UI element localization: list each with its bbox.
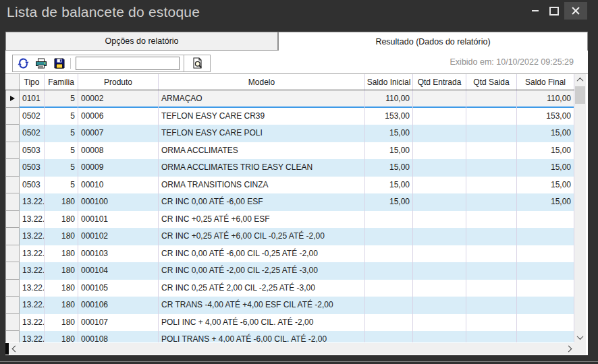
row-selector[interactable] bbox=[5, 314, 20, 332]
cell-qtd_saida[interactable] bbox=[466, 125, 517, 142]
row-selector[interactable] bbox=[5, 159, 20, 177]
column-header-qtd_saida[interactable]: Qtd Saida bbox=[466, 74, 517, 90]
cell-saldo_inicial[interactable] bbox=[365, 245, 413, 263]
cell-qtd_entrada[interactable] bbox=[413, 228, 466, 245]
cell-saldo_final[interactable]: 15,00 bbox=[517, 177, 574, 194]
cell-saldo_final[interactable]: 110,00 bbox=[517, 90, 574, 108]
scroll-down-button[interactable] bbox=[574, 332, 586, 343]
cell-produto[interactable]: 000105 bbox=[78, 280, 159, 297]
cell-saldo_inicial[interactable] bbox=[365, 280, 413, 297]
column-header-familia[interactable]: Familia bbox=[45, 74, 78, 90]
cell-familia[interactable]: 5 bbox=[45, 159, 78, 177]
horizontal-scrollbar[interactable] bbox=[5, 343, 574, 355]
cell-familia[interactable]: 180 bbox=[45, 211, 78, 229]
scroll-left-button[interactable] bbox=[9, 343, 21, 355]
cell-familia[interactable]: 5 bbox=[45, 142, 78, 160]
cell-qtd_saida[interactable] bbox=[466, 211, 517, 229]
cell-saldo_inicial[interactable] bbox=[365, 314, 413, 332]
cell-familia[interactable]: 5 bbox=[45, 108, 78, 125]
cell-qtd_saida[interactable] bbox=[466, 142, 517, 160]
cell-qtd_entrada[interactable] bbox=[413, 177, 466, 194]
cell-saldo_inicial[interactable]: 15,00 bbox=[365, 142, 413, 160]
cell-qtd_saida[interactable] bbox=[466, 245, 517, 263]
cell-tipo[interactable]: 0503 bbox=[20, 142, 45, 160]
row-selector[interactable] bbox=[5, 193, 20, 211]
cell-modelo[interactable]: CR INC 0,00 ATÉ -2,00 CIL -2,25 ATÉ -3,0… bbox=[159, 262, 365, 280]
minimize-button[interactable] bbox=[525, 2, 545, 20]
cell-qtd_saida[interactable] bbox=[466, 177, 517, 194]
cell-tipo[interactable]: 13.22. bbox=[20, 331, 45, 342]
cell-saldo_final[interactable]: 15,00 bbox=[517, 193, 574, 211]
cell-modelo[interactable]: CR INC +0,25 ATÉ +6,00 ESF bbox=[159, 211, 365, 229]
cell-saldo_inicial[interactable]: 15,00 bbox=[365, 177, 413, 194]
column-header-modelo[interactable]: Modelo bbox=[159, 74, 365, 90]
cell-tipo[interactable]: 13.22. bbox=[20, 211, 45, 229]
print-button[interactable] bbox=[35, 58, 47, 69]
cell-produto[interactable]: 00002 bbox=[78, 90, 159, 108]
cell-familia[interactable]: 180 bbox=[45, 297, 78, 314]
cell-qtd_entrada[interactable] bbox=[413, 280, 466, 297]
cell-produto[interactable]: 000104 bbox=[78, 262, 159, 280]
cell-qtd_saida[interactable] bbox=[466, 297, 517, 314]
cell-produto[interactable]: 000102 bbox=[78, 228, 159, 245]
cell-saldo_inicial[interactable]: 110,00 bbox=[365, 90, 413, 108]
cell-saldo_final[interactable] bbox=[517, 262, 574, 280]
cell-qtd_entrada[interactable] bbox=[413, 125, 466, 142]
cell-familia[interactable]: 180 bbox=[45, 314, 78, 332]
cell-familia[interactable]: 180 bbox=[45, 228, 78, 245]
cell-qtd_entrada[interactable] bbox=[413, 193, 466, 211]
cell-modelo[interactable]: ORMA ACCLIMATES bbox=[159, 142, 365, 160]
row-selector[interactable] bbox=[5, 280, 20, 297]
row-selector[interactable] bbox=[5, 211, 20, 229]
cell-modelo[interactable]: POLI TRANS + 4,00 ATÉ -6,00 CIL. ATÉ -2,… bbox=[159, 331, 365, 342]
search-input[interactable] bbox=[76, 57, 180, 70]
cell-modelo[interactable]: POLI INC + 4,00 ATÉ -6,00 CIL. ATÉ -2,00 bbox=[159, 314, 365, 332]
cell-tipo[interactable]: 0503 bbox=[20, 159, 45, 177]
cell-qtd_entrada[interactable] bbox=[413, 245, 466, 263]
cell-modelo[interactable]: ARMAÇAO bbox=[159, 90, 365, 108]
cell-qtd_saida[interactable] bbox=[466, 280, 517, 297]
cell-qtd_entrada[interactable] bbox=[413, 297, 466, 314]
cell-saldo_inicial[interactable] bbox=[365, 211, 413, 229]
cell-familia[interactable]: 180 bbox=[45, 262, 78, 280]
cell-saldo_inicial[interactable]: 153,00 bbox=[365, 108, 413, 125]
cell-saldo_final[interactable] bbox=[517, 314, 574, 332]
column-header-saldo_inicial[interactable]: Saldo Inicial bbox=[365, 74, 413, 90]
row-selector[interactable] bbox=[5, 125, 20, 142]
row-selector[interactable] bbox=[5, 331, 20, 342]
cell-qtd_saida[interactable] bbox=[466, 108, 517, 125]
cell-saldo_inicial[interactable]: 15,00 bbox=[365, 159, 413, 177]
cell-tipo[interactable]: 0502 bbox=[20, 125, 45, 142]
cell-produto[interactable]: 000101 bbox=[78, 211, 159, 229]
cell-modelo[interactable]: CR INC +0,25 ATÉ +6,00 CIL -0,25 ATÉ -2,… bbox=[159, 228, 365, 245]
scroll-up-button[interactable] bbox=[574, 74, 586, 86]
cell-qtd_saida[interactable] bbox=[466, 314, 517, 332]
cell-modelo[interactable]: TEFLON EASY CARE POLI bbox=[159, 125, 365, 142]
cell-tipo[interactable]: 13.22. bbox=[20, 193, 45, 211]
cell-qtd_entrada[interactable] bbox=[413, 90, 466, 108]
cell-produto[interactable]: 00007 bbox=[78, 125, 159, 142]
row-selector[interactable] bbox=[5, 90, 20, 108]
cell-saldo_final[interactable] bbox=[517, 211, 574, 229]
cell-saldo_inicial[interactable] bbox=[365, 262, 413, 280]
cell-saldo_final[interactable] bbox=[517, 280, 574, 297]
cell-familia[interactable]: 5 bbox=[45, 90, 78, 108]
cell-tipo[interactable]: 0502 bbox=[20, 108, 45, 125]
vertical-scrollbar[interactable] bbox=[574, 74, 586, 343]
cell-saldo_inicial[interactable]: 15,00 bbox=[365, 125, 413, 142]
cell-saldo_inicial[interactable] bbox=[365, 228, 413, 245]
cell-tipo[interactable]: 0503 bbox=[20, 177, 45, 194]
cell-qtd_saida[interactable] bbox=[466, 228, 517, 245]
cell-familia[interactable]: 5 bbox=[45, 125, 78, 142]
cell-tipo[interactable]: 13.22. bbox=[20, 314, 45, 332]
cell-qtd_entrada[interactable] bbox=[413, 211, 466, 229]
row-selector[interactable] bbox=[5, 297, 20, 314]
cell-tipo[interactable]: 13.22. bbox=[20, 228, 45, 245]
save-button[interactable] bbox=[53, 58, 65, 69]
cell-tipo[interactable]: 13.22. bbox=[20, 297, 45, 314]
cell-modelo[interactable]: TEFLON EASY CARE CR39 bbox=[159, 108, 365, 125]
cell-qtd_entrada[interactable] bbox=[413, 159, 466, 177]
close-button[interactable] bbox=[564, 2, 587, 20]
cell-saldo_final[interactable]: 15,00 bbox=[517, 159, 574, 177]
cell-qtd_saida[interactable] bbox=[466, 90, 517, 108]
